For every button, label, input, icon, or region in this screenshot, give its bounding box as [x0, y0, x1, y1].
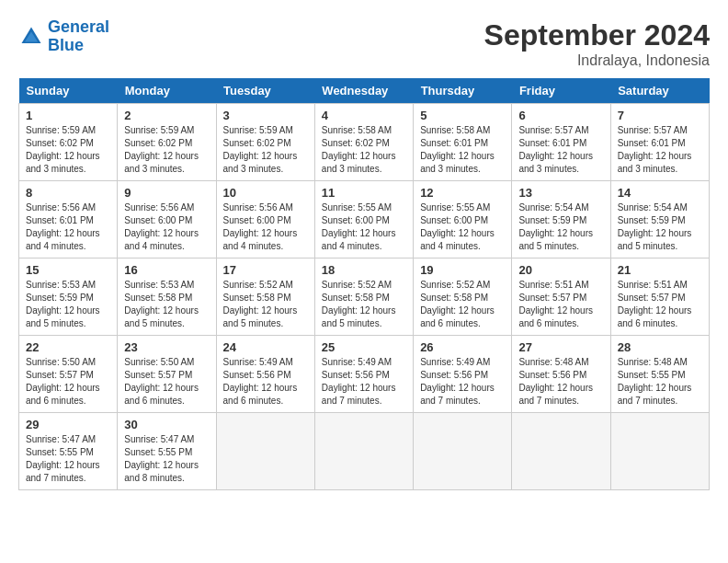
day-number: 22 [26, 340, 110, 354]
day-number: 30 [124, 418, 209, 431]
header-friday: Friday [512, 78, 610, 104]
header-saturday: Saturday [610, 78, 709, 104]
day-info: Sunrise: 5:58 AM Sunset: 6:01 PM Dayligh… [420, 124, 505, 176]
day-number: 6 [518, 109, 603, 122]
day-number: 9 [124, 186, 209, 200]
page-header: General Blue September 2024 Indralaya, I… [18, 18, 710, 69]
table-row: 23Sunrise: 5:50 AM Sunset: 5:57 PM Dayli… [118, 336, 216, 413]
day-info: Sunrise: 5:54 AM Sunset: 5:59 PM Dayligh… [518, 201, 603, 253]
day-info: Sunrise: 5:52 AM Sunset: 5:58 PM Dayligh… [322, 279, 406, 330]
day-info: Sunrise: 5:47 AM Sunset: 5:55 PM Dayligh… [124, 433, 209, 485]
header-tuesday: Tuesday [216, 78, 314, 104]
day-number: 8 [26, 186, 110, 200]
header-sunday: Sunday [19, 78, 118, 104]
table-row: 8Sunrise: 5:56 AM Sunset: 6:01 PM Daylig… [19, 181, 118, 259]
table-row: 21Sunrise: 5:51 AM Sunset: 5:57 PM Dayli… [610, 259, 709, 336]
day-info: Sunrise: 5:53 AM Sunset: 5:59 PM Dayligh… [26, 279, 110, 330]
table-row: 15Sunrise: 5:53 AM Sunset: 5:59 PM Dayli… [19, 259, 118, 336]
day-info: Sunrise: 5:56 AM Sunset: 6:00 PM Dayligh… [124, 201, 209, 253]
day-info: Sunrise: 5:55 AM Sunset: 6:00 PM Dayligh… [322, 201, 406, 253]
logo-line1: General [48, 17, 109, 36]
table-row: 22Sunrise: 5:50 AM Sunset: 5:57 PM Dayli… [19, 336, 118, 413]
table-row [414, 413, 512, 490]
day-number: 13 [518, 186, 603, 200]
table-row: 19Sunrise: 5:52 AM Sunset: 5:58 PM Dayli… [414, 259, 512, 336]
table-row: 18Sunrise: 5:52 AM Sunset: 5:58 PM Dayli… [314, 259, 413, 336]
day-info: Sunrise: 5:58 AM Sunset: 6:02 PM Dayligh… [322, 124, 406, 176]
header-wednesday: Wednesday [314, 78, 413, 104]
logo: General Blue [18, 18, 109, 55]
day-info: Sunrise: 5:52 AM Sunset: 5:58 PM Dayligh… [223, 279, 308, 330]
table-row: 28Sunrise: 5:48 AM Sunset: 5:55 PM Dayli… [610, 336, 709, 413]
day-number: 15 [26, 263, 110, 277]
logo-icon [18, 24, 44, 50]
calendar-week-row: 8Sunrise: 5:56 AM Sunset: 6:01 PM Daylig… [19, 181, 710, 259]
day-number: 21 [618, 263, 702, 277]
day-info: Sunrise: 5:53 AM Sunset: 5:58 PM Dayligh… [124, 279, 209, 330]
table-row: 12Sunrise: 5:55 AM Sunset: 6:00 PM Dayli… [414, 181, 512, 259]
day-number: 18 [322, 263, 406, 277]
table-row: 13Sunrise: 5:54 AM Sunset: 5:59 PM Dayli… [512, 181, 610, 259]
table-row: 24Sunrise: 5:49 AM Sunset: 5:56 PM Dayli… [216, 336, 314, 413]
day-info: Sunrise: 5:52 AM Sunset: 5:58 PM Dayligh… [420, 279, 505, 330]
table-row: 30Sunrise: 5:47 AM Sunset: 5:55 PM Dayli… [118, 413, 216, 490]
day-number: 28 [618, 340, 702, 354]
table-row: 10Sunrise: 5:56 AM Sunset: 6:00 PM Dayli… [216, 181, 314, 259]
day-number: 20 [518, 263, 603, 277]
table-row: 20Sunrise: 5:51 AM Sunset: 5:57 PM Dayli… [512, 259, 610, 336]
day-number: 27 [518, 340, 603, 354]
day-number: 4 [322, 109, 406, 122]
day-info: Sunrise: 5:54 AM Sunset: 5:59 PM Dayligh… [618, 201, 702, 253]
day-info: Sunrise: 5:59 AM Sunset: 6:02 PM Dayligh… [26, 124, 110, 176]
day-number: 23 [124, 340, 209, 354]
day-info: Sunrise: 5:59 AM Sunset: 6:02 PM Dayligh… [223, 124, 308, 176]
calendar-header-row: Sunday Monday Tuesday Wednesday Thursday… [19, 78, 710, 104]
day-number: 25 [322, 340, 406, 354]
day-number: 7 [618, 109, 702, 122]
logo-line2: Blue [48, 36, 84, 54]
day-number: 14 [618, 186, 702, 200]
table-row: 1Sunrise: 5:59 AM Sunset: 6:02 PM Daylig… [19, 104, 118, 181]
day-info: Sunrise: 5:50 AM Sunset: 5:57 PM Dayligh… [124, 356, 209, 408]
day-info: Sunrise: 5:51 AM Sunset: 5:57 PM Dayligh… [618, 279, 702, 330]
day-info: Sunrise: 5:49 AM Sunset: 5:56 PM Dayligh… [223, 356, 308, 408]
table-row: 9Sunrise: 5:56 AM Sunset: 6:00 PM Daylig… [118, 181, 216, 259]
day-info: Sunrise: 5:48 AM Sunset: 5:55 PM Dayligh… [618, 356, 702, 408]
header-monday: Monday [118, 78, 216, 104]
table-row: 6Sunrise: 5:57 AM Sunset: 6:01 PM Daylig… [512, 104, 610, 181]
table-row: 3Sunrise: 5:59 AM Sunset: 6:02 PM Daylig… [216, 104, 314, 181]
day-info: Sunrise: 5:57 AM Sunset: 6:01 PM Dayligh… [618, 124, 702, 176]
table-row: 2Sunrise: 5:59 AM Sunset: 6:02 PM Daylig… [118, 104, 216, 181]
table-row: 5Sunrise: 5:58 AM Sunset: 6:01 PM Daylig… [414, 104, 512, 181]
day-info: Sunrise: 5:57 AM Sunset: 6:01 PM Dayligh… [518, 124, 603, 176]
day-number: 2 [124, 109, 209, 122]
day-number: 24 [223, 340, 308, 354]
day-info: Sunrise: 5:59 AM Sunset: 6:02 PM Dayligh… [124, 124, 209, 176]
day-info: Sunrise: 5:56 AM Sunset: 6:00 PM Dayligh… [223, 201, 308, 253]
day-info: Sunrise: 5:56 AM Sunset: 6:01 PM Dayligh… [26, 201, 110, 253]
logo-text: General Blue [48, 18, 109, 55]
day-info: Sunrise: 5:55 AM Sunset: 6:00 PM Dayligh… [420, 201, 505, 253]
day-info: Sunrise: 5:49 AM Sunset: 5:56 PM Dayligh… [420, 356, 505, 408]
table-row [216, 413, 314, 490]
table-row: 11Sunrise: 5:55 AM Sunset: 6:00 PM Dayli… [314, 181, 413, 259]
day-number: 17 [223, 263, 308, 277]
day-info: Sunrise: 5:47 AM Sunset: 5:55 PM Dayligh… [26, 433, 110, 485]
day-info: Sunrise: 5:49 AM Sunset: 5:56 PM Dayligh… [322, 356, 406, 408]
day-number: 29 [26, 418, 110, 431]
calendar-table: Sunday Monday Tuesday Wednesday Thursday… [18, 78, 710, 490]
day-number: 10 [223, 186, 308, 200]
table-row [314, 413, 413, 490]
day-number: 1 [26, 109, 110, 122]
day-number: 19 [420, 263, 505, 277]
table-row: 26Sunrise: 5:49 AM Sunset: 5:56 PM Dayli… [414, 336, 512, 413]
day-number: 16 [124, 263, 209, 277]
day-info: Sunrise: 5:51 AM Sunset: 5:57 PM Dayligh… [518, 279, 603, 330]
table-row: 27Sunrise: 5:48 AM Sunset: 5:56 PM Dayli… [512, 336, 610, 413]
day-info: Sunrise: 5:48 AM Sunset: 5:56 PM Dayligh… [518, 356, 603, 408]
month-title: September 2024 [484, 18, 710, 52]
table-row [512, 413, 610, 490]
day-number: 26 [420, 340, 505, 354]
day-number: 11 [322, 186, 406, 200]
table-row: 14Sunrise: 5:54 AM Sunset: 5:59 PM Dayli… [610, 181, 709, 259]
